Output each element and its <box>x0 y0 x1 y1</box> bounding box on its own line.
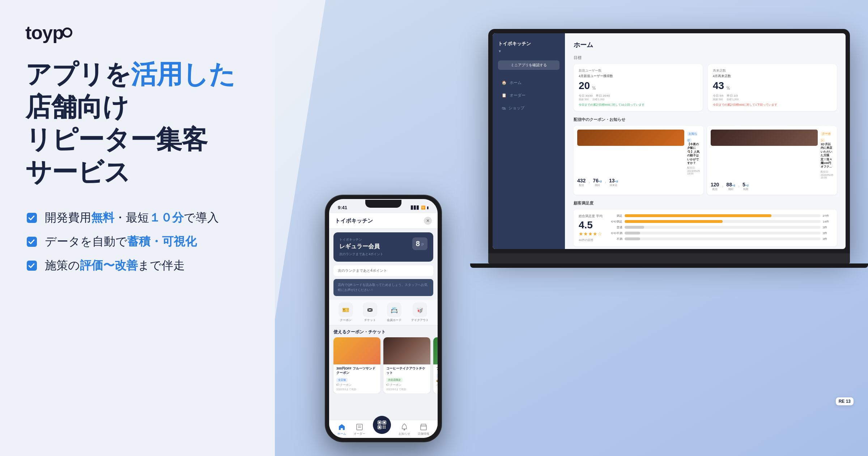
satisfaction-title: 顧客満足度 <box>574 200 837 206</box>
phone-coupon-3[interactable]: フル... 全店... 📦 販促物 2022... <box>433 337 438 393</box>
tagline-blue: 活用した <box>131 60 235 89</box>
sat-bar-fill <box>625 226 644 229</box>
phone-header-title: トイポキッチン <box>335 218 373 224</box>
membership-points: 8 P <box>412 237 427 250</box>
return-users-unit: ％ <box>726 85 731 92</box>
order-tab-label: オーダー <box>354 432 365 436</box>
phone-coupon-tag-2: 渋谷店限定 <box>386 378 403 382</box>
phone-coupon-1[interactable]: 300円OFF フルーツサンドクーポン 全店舗 🏷 クーポン 2022/6/1ま… <box>333 337 380 393</box>
check-icon-3 <box>25 259 38 272</box>
nav-tab-notice[interactable]: お知らせ <box>399 423 410 436</box>
phone-coupon-img-1 <box>333 337 380 364</box>
tagline-line2: 店舗向け <box>25 90 250 123</box>
phone-coupon-date-3: 2022... <box>436 384 438 386</box>
sat-bar-count: 27件 <box>823 214 832 218</box>
signal-icon: ▊▊▊ <box>411 206 420 210</box>
points-unit: P <box>421 243 424 247</box>
phone-time: 9:41 <box>338 205 347 210</box>
svg-rect-17 <box>421 426 426 430</box>
phone-coupon-2[interactable]: コーヒーテイクアウトチケット 渋谷店限定 🏷 クーポン 2022/6/1まで有効 <box>383 337 430 393</box>
sat-bar-label: やや不満 <box>610 231 622 235</box>
member-card-icon: 📇 <box>387 303 401 317</box>
coupon-icon-label: クーポン <box>340 318 352 322</box>
feature-item-2: データを自動で蓄積・可視化 <box>25 234 250 250</box>
feature-icons-row: 🎫 クーポン 🎟 チケット 📇 会員カード 🥡 テイクアウト <box>329 300 438 325</box>
shop-nav-label: ショップ <box>509 105 524 111</box>
svg-rect-10 <box>383 422 385 423</box>
takeout-icon-item[interactable]: 🥡 テイクアウト <box>411 303 429 322</box>
phone-coupon-section-title: 使えるクーポン・チケット <box>329 325 438 337</box>
scan-prompt: 店内でQRコードを読み取ってためましょう。スタッフへお気軽にお声がけください！ <box>333 279 433 296</box>
membership-sub: 次のランクまであと4ポイント <box>339 252 383 257</box>
store-tab-label: 店舗情報 <box>418 432 429 436</box>
nav-tab-store[interactable]: 店舗情報 <box>418 423 429 436</box>
qr-button[interactable] <box>373 416 391 434</box>
laptop-mini-app-btn[interactable]: ミニアプリを確認する <box>498 60 559 70</box>
phone-coupon-type-2: 🏷 クーポン <box>386 383 427 387</box>
new-users-stat-card: 新規ユーザー数 4月新規ユーザー獲得数 20 ％ 今日 30/30 昨日 20/… <box>574 64 703 111</box>
sat-bar-count: 14件 <box>823 220 832 224</box>
coupon-row: お知らせ 【今夜の夕飯に🍳】人気の餃子はいかがですか？ 配信日: 2024/05… <box>574 126 837 195</box>
new-users-value: 20 <box>579 80 590 92</box>
nav-tab-order[interactable]: オーダー <box>354 423 365 436</box>
laptop-nav-shop[interactable]: 🛍 ショップ <box>498 102 559 114</box>
satisfaction-stars: ★★★★☆ <box>579 231 602 237</box>
phone-coupon-date-2: 2022/6/1まで有効 <box>386 388 427 391</box>
features-list: 開発費用無料・最短１０分で導入 データを自動で蓄積・可視化 施策の評価〜改善まで… <box>25 210 250 274</box>
new-users-note: 今日までの累計目標400に対して10上回っています <box>579 103 698 107</box>
laptop-sidebar-sub: ▼ <box>498 49 559 53</box>
phone-coupon-img-2 <box>383 337 430 364</box>
nav-tab-home[interactable]: ホーム <box>337 423 346 436</box>
sat-bar-row: 普通 2件 <box>610 225 832 229</box>
return-users-actual: 実績 500 <box>713 98 723 101</box>
svg-rect-13 <box>384 426 386 427</box>
phone-bottom-nav: ホーム オーダー <box>329 420 438 438</box>
return-users-goal: 目標 1,000 <box>727 98 739 101</box>
return-users-label: 再来店数 <box>713 68 832 73</box>
laptop-nav-home[interactable]: 🏠 ホーム <box>498 77 559 88</box>
membership-card: トイポキッチン レギュラー会員 次のランクまであと4ポイント 8 P <box>333 232 433 262</box>
phone-container: 9:41 ▊▊▊ 🛜 ▮ トイポキッチン ✕ トイポキッチン <box>326 195 441 442</box>
sat-bar-row: やや不満 2件 <box>610 231 832 235</box>
sat-bar-bg <box>625 220 821 223</box>
sat-bar-label: やや満足 <box>610 220 622 224</box>
phone-coupon-date-1: 2022/6/1まで有効 <box>336 388 378 391</box>
laptop-nav-order[interactable]: 📋 オーダー <box>498 90 559 101</box>
laptop-body: トイポキッチン ▼ ミニアプリを確認する 🏠 ホーム 📋 オーダー 🛍 ショップ <box>488 29 850 253</box>
coupon-icon-item[interactable]: 🎫 クーポン <box>339 303 353 322</box>
sat-bar-fill <box>625 214 772 217</box>
coupon-card-2: クーポン 3か月以内に来店いただいた方限定！坦々麺100円オフク... 配信日:… <box>707 126 837 195</box>
arrow-icon-4: › <box>738 184 740 189</box>
notice-tab-label: お知らせ <box>399 432 410 436</box>
phone-coupon-title-1: 300円OFF フルーツサンドクーポン <box>336 367 378 375</box>
sat-bar-row: 満足 27件 <box>610 214 832 218</box>
home-tab-label: ホーム <box>337 432 346 436</box>
close-button[interactable]: ✕ <box>424 217 432 225</box>
feature-text-2: データを自動で蓄積・可視化 <box>45 234 197 250</box>
coupon1-return: 13+2 回来店 <box>609 178 618 187</box>
next-rank-text: 次のランクまであと4ポイント <box>338 269 387 273</box>
phone-coupon-tag-3: 全店... <box>436 374 438 378</box>
return-users-note: 今日までの累計目標400に対して1下回っています <box>713 103 832 107</box>
phone-coupon-img-3 <box>433 337 438 364</box>
new-users-today: 今日 30/30 <box>579 94 592 98</box>
tagline-line1: アプリを活用した <box>25 58 250 90</box>
wifi-icon: 🛜 <box>421 206 425 210</box>
phone-body: 9:41 ▊▊▊ 🛜 ▮ トイポキッチン ✕ トイポキッチン <box>326 195 441 442</box>
arrow-icon-2: › <box>605 180 606 185</box>
member-card-icon-item[interactable]: 📇 会員カード <box>387 303 401 322</box>
ticket-icon-item[interactable]: 🎟 チケット <box>363 303 377 322</box>
logo-o-ring <box>62 28 72 38</box>
coupon2-open: 88+2 開封 <box>726 182 735 191</box>
home-nav-icon: 🏠 <box>502 80 507 85</box>
sat-bar-row: やや満足 14件 <box>610 220 832 224</box>
member-card-icon-label: 会員カード <box>387 318 401 322</box>
nav-tab-qr[interactable] <box>373 423 391 436</box>
coupon2-date: 配信日: 2024/05/25 10:00 <box>821 170 833 179</box>
laptop-sidebar-store-name: トイポキッチン <box>498 41 559 47</box>
next-rank-bar: 次のランクまであと4ポイント <box>333 265 433 276</box>
satisfaction-count: 40件の回答 <box>579 238 593 242</box>
sat-bar-count: 2件 <box>823 225 832 229</box>
coupon1-title: 【今夜の夕飯に🍳】人気の餃子はいかがですか？ <box>687 143 700 165</box>
arrow-icon-3: › <box>722 184 723 189</box>
